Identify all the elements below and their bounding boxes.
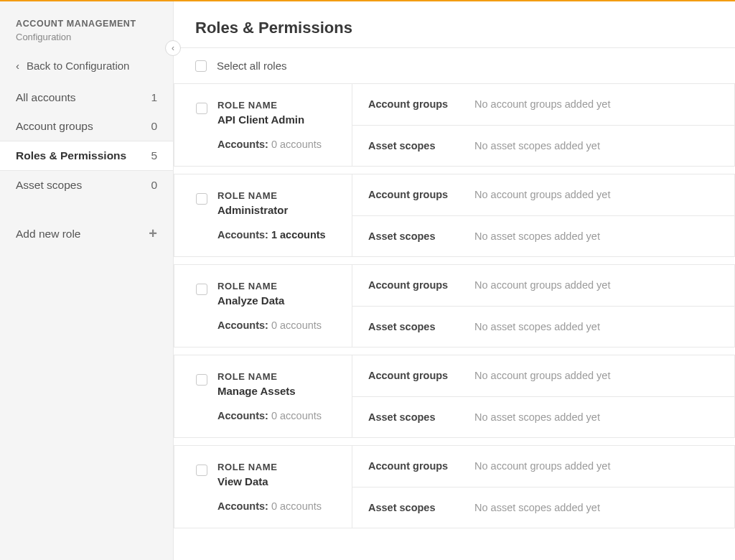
role-name: View Data <box>217 475 322 487</box>
role-checkbox[interactable] <box>196 465 207 476</box>
sidebar-item-count: 1 <box>151 91 157 104</box>
account-groups-label: Account groups <box>368 189 462 200</box>
role-right: Account groupsNo account groups added ye… <box>352 84 734 166</box>
account-groups-label: Account groups <box>368 460 462 472</box>
role-accounts: Accounts: 0 accounts <box>217 319 322 331</box>
account-groups-value: No account groups added yet <box>474 279 610 291</box>
chevron-left-icon: ‹ <box>172 43 174 53</box>
role-account-groups-row: Account groupsNo account groups added ye… <box>352 355 734 396</box>
plus-icon: + <box>149 225 157 242</box>
asset-scopes-value: No asset scopes added yet <box>474 411 600 423</box>
asset-scopes-label: Asset scopes <box>368 411 462 423</box>
role-name: API Client Admin <box>217 113 322 126</box>
sidebar-item-asset-scopes[interactable]: Asset scopes 0 <box>0 171 173 200</box>
role-name-header: ROLE NAME <box>217 100 322 111</box>
main-content: Roles & Permissions Select all roles ROL… <box>174 1 735 560</box>
add-role-label: Add new role <box>16 228 80 241</box>
role-card: ROLE NAMEManage AssetsAccounts: 0 accoun… <box>174 355 735 438</box>
account-groups-value: No account groups added yet <box>474 98 610 110</box>
add-new-role-button[interactable]: Add new role + <box>0 210 173 258</box>
role-left: ROLE NAMEAnalyze DataAccounts: 0 account… <box>174 265 352 347</box>
role-accounts: Accounts: 0 accounts <box>217 410 322 421</box>
role-left: ROLE NAMEManage AssetsAccounts: 0 accoun… <box>174 355 352 437</box>
sidebar-item-label: All accounts <box>16 91 76 104</box>
asset-scopes-label: Asset scopes <box>368 502 462 513</box>
role-name-header: ROLE NAME <box>217 190 326 201</box>
sidebar-nav: All accounts 1 Account groups 0 Roles & … <box>0 83 173 200</box>
sidebar-item-count: 5 <box>151 149 157 162</box>
sidebar: ‹ ACCOUNT MANAGEMENT Configuration ‹ Bac… <box>0 1 174 560</box>
role-name-header: ROLE NAME <box>217 371 322 382</box>
sidebar-item-count: 0 <box>151 179 157 192</box>
back-link-label: Back to Configuration <box>27 60 129 72</box>
role-asset-scopes-row: Asset scopesNo asset scopes added yet <box>352 487 734 528</box>
role-checkbox[interactable] <box>196 374 207 386</box>
role-name: Analyze Data <box>217 294 322 307</box>
back-to-configuration-link[interactable]: ‹ Back to Configuration <box>0 47 173 83</box>
role-asset-scopes-row: Asset scopesNo asset scopes added yet <box>352 306 734 347</box>
role-accounts: Accounts: 0 accounts <box>217 500 322 512</box>
role-card: ROLE NAMEAdministratorAccounts: 1 accoun… <box>174 174 735 257</box>
role-account-groups-row: Account groupsNo account groups added ye… <box>352 446 734 487</box>
sidebar-subtitle: Configuration <box>16 32 157 42</box>
account-groups-value: No account groups added yet <box>474 189 610 200</box>
sidebar-item-count: 0 <box>151 120 157 133</box>
sidebar-item-label: Asset scopes <box>16 179 82 192</box>
role-account-groups-row: Account groupsNo account groups added ye… <box>352 174 734 215</box>
role-name-header: ROLE NAME <box>217 281 322 291</box>
role-right: Account groupsNo account groups added ye… <box>352 446 734 528</box>
role-account-groups-row: Account groupsNo account groups added ye… <box>352 265 734 306</box>
role-asset-scopes-row: Asset scopesNo asset scopes added yet <box>352 215 734 257</box>
role-checkbox[interactable] <box>196 193 207 205</box>
select-all-checkbox[interactable] <box>195 60 207 72</box>
asset-scopes-value: No asset scopes added yet <box>474 321 600 332</box>
asset-scopes-label: Asset scopes <box>368 140 462 151</box>
role-name: Administrator <box>217 204 326 216</box>
select-all-label: Select all roles <box>217 60 287 72</box>
role-right: Account groupsNo account groups added ye… <box>352 174 734 256</box>
role-name-header: ROLE NAME <box>217 462 322 472</box>
role-card: ROLE NAMEAnalyze DataAccounts: 0 account… <box>174 264 735 347</box>
asset-scopes-value: No asset scopes added yet <box>474 140 600 151</box>
role-right: Account groupsNo account groups added ye… <box>352 265 734 347</box>
role-card: ROLE NAMEAPI Client AdminAccounts: 0 acc… <box>174 84 735 167</box>
collapse-sidebar-button[interactable]: ‹ <box>165 40 181 56</box>
role-accounts: Accounts: 0 accounts <box>217 139 322 150</box>
asset-scopes-label: Asset scopes <box>368 230 462 242</box>
role-left: ROLE NAMEAdministratorAccounts: 1 accoun… <box>174 174 352 256</box>
asset-scopes-value: No asset scopes added yet <box>474 502 600 513</box>
role-card: ROLE NAMEView DataAccounts: 0 accountsAc… <box>174 445 735 528</box>
role-right: Account groupsNo account groups added ye… <box>352 355 734 437</box>
asset-scopes-label: Asset scopes <box>368 321 462 332</box>
chevron-left-icon: ‹ <box>16 60 19 72</box>
sidebar-item-all-accounts[interactable]: All accounts 1 <box>0 83 173 112</box>
asset-scopes-value: No asset scopes added yet <box>474 230 600 242</box>
role-checkbox[interactable] <box>196 284 207 295</box>
sidebar-title: ACCOUNT MANAGEMENT <box>16 19 157 29</box>
account-groups-value: No account groups added yet <box>474 370 610 381</box>
sidebar-item-label: Roles & Permissions <box>16 149 126 162</box>
sidebar-item-roles-permissions[interactable]: Roles & Permissions 5 <box>0 141 173 171</box>
page-title: Roles & Permissions <box>174 1 735 47</box>
account-groups-label: Account groups <box>368 98 462 110</box>
role-left: ROLE NAMEView DataAccounts: 0 accounts <box>174 446 352 528</box>
role-name: Manage Assets <box>217 385 322 397</box>
account-groups-value: No account groups added yet <box>474 460 610 472</box>
role-accounts: Accounts: 1 accounts <box>217 229 326 241</box>
role-asset-scopes-row: Asset scopesNo asset scopes added yet <box>352 125 734 167</box>
account-groups-label: Account groups <box>368 370 462 381</box>
select-all-row: Select all roles <box>174 48 735 84</box>
role-left: ROLE NAMEAPI Client AdminAccounts: 0 acc… <box>174 84 352 166</box>
role-asset-scopes-row: Asset scopesNo asset scopes added yet <box>352 396 734 438</box>
sidebar-item-account-groups[interactable]: Account groups 0 <box>0 112 173 141</box>
role-checkbox[interactable] <box>196 103 207 114</box>
roles-list: ROLE NAMEAPI Client AdminAccounts: 0 acc… <box>174 84 735 528</box>
sidebar-item-label: Account groups <box>16 120 93 133</box>
account-groups-label: Account groups <box>368 279 462 291</box>
role-account-groups-row: Account groupsNo account groups added ye… <box>352 84 734 125</box>
